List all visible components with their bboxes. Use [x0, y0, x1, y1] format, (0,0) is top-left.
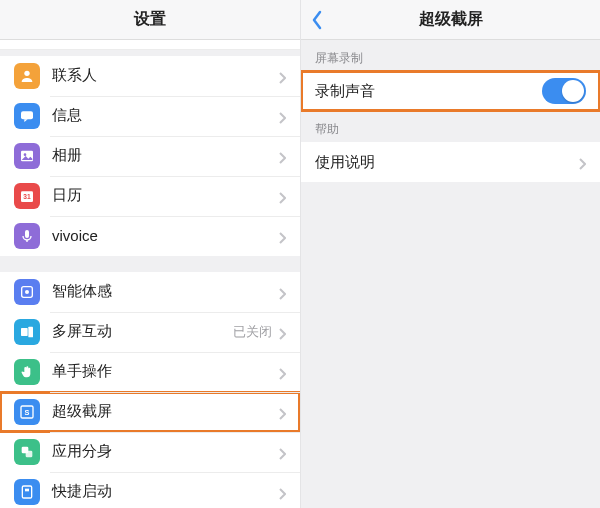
- chevron-right-icon: [278, 150, 286, 162]
- settings-item-photos[interactable]: 相册: [0, 136, 300, 176]
- page-title: 设置: [134, 9, 166, 30]
- chevron-right-icon: [278, 190, 286, 202]
- settings-item-messages[interactable]: 信息: [0, 96, 300, 136]
- section-header-recording: 屏幕录制: [301, 40, 600, 71]
- settings-list: 联系人信息相册31日历vivoice 智能体感多屏互动已关闭单手操作S超级截屏应…: [0, 40, 300, 508]
- chevron-right-icon: [278, 446, 286, 458]
- settings-item-quick[interactable]: 快捷启动: [0, 472, 300, 508]
- svg-rect-7: [25, 230, 29, 238]
- settings-item-label: 应用分身: [52, 442, 278, 461]
- record-audio-row[interactable]: 录制声音: [301, 71, 600, 111]
- settings-item-appclone[interactable]: 应用分身: [0, 432, 300, 472]
- chevron-right-icon: [278, 230, 286, 242]
- svg-point-10: [25, 290, 29, 294]
- person-icon: [14, 63, 40, 89]
- settings-item-label: 日历: [52, 186, 278, 205]
- settings-item-smart[interactable]: 智能体感: [0, 272, 300, 312]
- chevron-right-icon: [278, 286, 286, 298]
- chevron-right-icon: [278, 326, 286, 338]
- settings-item-multi[interactable]: 多屏互动已关闭: [0, 312, 300, 352]
- settings-screen: 设置 联系人信息相册31日历vivoice 智能体感多屏互动已关闭单手操作S超级…: [0, 0, 300, 508]
- header: 超级截屏: [301, 0, 600, 40]
- svg-text:S: S: [25, 407, 30, 416]
- settings-item-label: 信息: [52, 106, 278, 125]
- smart-icon: [14, 279, 40, 305]
- settings-item-screenshot[interactable]: S超级截屏: [0, 392, 300, 432]
- svg-rect-16: [26, 450, 33, 457]
- settings-item-label: 快捷启动: [52, 482, 278, 501]
- chevron-right-icon: [278, 486, 286, 498]
- chevron-right-icon: [278, 366, 286, 378]
- super-screenshot-screen: 超级截屏 屏幕录制 录制声音 帮助 使用说明: [300, 0, 600, 508]
- appclone-icon: [14, 439, 40, 465]
- settings-item-vivoice[interactable]: vivoice: [0, 216, 300, 256]
- svg-text:31: 31: [23, 193, 31, 200]
- content: 屏幕录制 录制声音 帮助 使用说明: [301, 40, 600, 508]
- section-header-help: 帮助: [301, 111, 600, 142]
- settings-item-label: 超级截屏: [52, 402, 278, 421]
- settings-item-contacts[interactable]: 联系人: [0, 56, 300, 96]
- settings-item-label: 联系人: [52, 66, 278, 85]
- settings-item-label: 相册: [52, 146, 278, 165]
- settings-item-label: 单手操作: [52, 362, 278, 381]
- header: 设置: [0, 0, 300, 40]
- screenshot-icon: S: [14, 399, 40, 425]
- svg-rect-11: [21, 328, 28, 336]
- photo-icon: [14, 143, 40, 169]
- settings-item-label: 多屏互动: [52, 322, 233, 341]
- chevron-right-icon: [278, 70, 286, 82]
- chevron-right-icon: [278, 406, 286, 418]
- instructions-row[interactable]: 使用说明: [301, 142, 600, 182]
- svg-point-0: [24, 70, 29, 75]
- chevron-right-icon: [578, 156, 586, 168]
- settings-item-onehand[interactable]: 单手操作: [0, 352, 300, 392]
- settings-item-value: 已关闭: [233, 323, 272, 341]
- svg-point-3: [24, 153, 27, 156]
- instructions-label: 使用说明: [315, 153, 578, 172]
- page-title: 超级截屏: [419, 9, 483, 30]
- settings-item-calendar[interactable]: 31日历: [0, 176, 300, 216]
- svg-rect-1: [21, 111, 33, 119]
- svg-rect-18: [25, 488, 29, 491]
- calendar-icon: 31: [14, 183, 40, 209]
- multi-icon: [14, 319, 40, 345]
- quick-icon: [14, 479, 40, 505]
- settings-item-label: vivoice: [52, 227, 278, 244]
- record-audio-label: 录制声音: [315, 82, 542, 101]
- svg-rect-12: [28, 326, 33, 337]
- svg-rect-17: [22, 486, 31, 498]
- back-button[interactable]: [311, 0, 323, 40]
- record-audio-toggle[interactable]: [542, 78, 586, 104]
- mic-icon: [14, 223, 40, 249]
- settings-item-label: 智能体感: [52, 282, 278, 301]
- chevron-right-icon: [278, 110, 286, 122]
- onehand-icon: [14, 359, 40, 385]
- message-icon: [14, 103, 40, 129]
- partial-row: [0, 40, 300, 50]
